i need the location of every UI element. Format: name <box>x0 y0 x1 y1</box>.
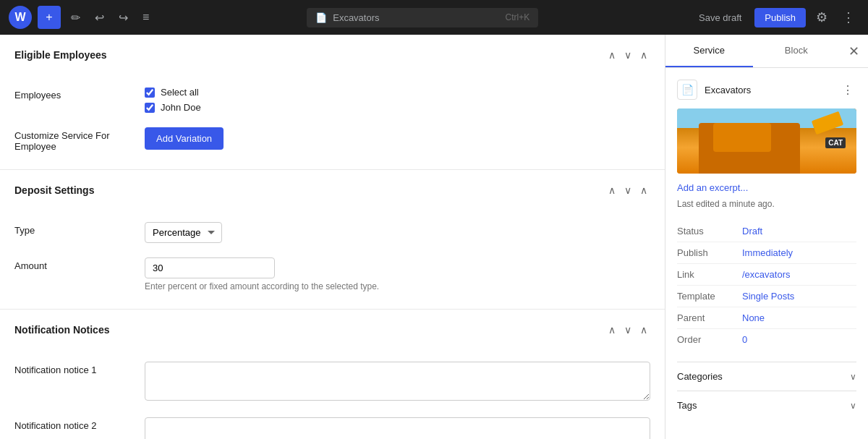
meta-value[interactable]: None <box>742 307 856 329</box>
undo-button[interactable]: ↩ <box>90 7 109 29</box>
list-view-button[interactable]: ≡ <box>138 7 153 28</box>
more-options-button[interactable]: ⋮ <box>838 5 859 30</box>
meta-value[interactable]: /excavators <box>742 264 856 286</box>
meta-value[interactable]: Immediately <box>742 242 856 264</box>
employees-control: Select all John Doe <box>145 87 650 113</box>
add-variation-button[interactable]: Add Variation <box>145 127 224 150</box>
deposit-collapse-toggle-button[interactable]: ∧ <box>637 182 650 199</box>
main-layout: Eligible Employees ∧ ∨ ∧ Employees Sel <box>0 35 868 439</box>
tab-service[interactable]: Service <box>665 35 753 67</box>
section-eligible-employees: Eligible Employees ∧ ∨ ∧ Employees Sel <box>0 35 665 170</box>
last-edited-text: Last edited a minute ago. <box>677 199 856 209</box>
meta-key: Status <box>677 221 742 242</box>
checkbox-select-all: Select all <box>145 87 650 98</box>
topbar: W + ✏ ↩ ↪ ≡ 📄 Excavators Ctrl+K Save dra… <box>0 0 868 35</box>
categories-section[interactable]: Categories ∨ <box>677 362 856 391</box>
edit-icon[interactable]: ✏ <box>67 7 85 29</box>
block-title: Excavators <box>705 85 832 95</box>
section-eligible-employees-body: Employees Select all John Doe <box>0 75 665 169</box>
tags-title: Tags <box>677 400 850 411</box>
search-shortcut: Ctrl+K <box>506 12 530 22</box>
john-doe-checkbox[interactable] <box>145 103 155 113</box>
notice1-control <box>145 362 650 403</box>
meta-row: Order0 <box>677 329 856 351</box>
sidebar-tabs: Service Block ✕ <box>665 35 868 68</box>
save-draft-button[interactable]: Save draft <box>692 8 749 27</box>
add-button[interactable]: + <box>38 6 61 29</box>
meta-table: StatusDraftPublishImmediatelyLink/excava… <box>677 221 856 350</box>
search-title: Excavators <box>333 12 379 23</box>
collapse-down-button[interactable]: ∨ <box>621 46 634 64</box>
notice2-textarea[interactable] <box>145 417 650 439</box>
meta-row: ParentNone <box>677 307 856 329</box>
section-deposit-settings-header[interactable]: Deposit Settings ∧ ∨ ∧ <box>0 170 665 210</box>
deposit-collapse-up-button[interactable]: ∧ <box>605 182 618 199</box>
add-excerpt-link[interactable]: Add an excerpt... <box>677 182 856 193</box>
amount-input[interactable] <box>145 257 275 278</box>
select-all-label: Select all <box>161 87 199 98</box>
section-eligible-employees-header[interactable]: Eligible Employees ∧ ∨ ∧ <box>0 35 665 75</box>
block-icon: 📄 <box>677 80 697 100</box>
type-row: Type Percentage Fixed <box>14 222 650 243</box>
type-select[interactable]: Percentage Fixed <box>145 222 222 243</box>
section-controls: ∧ ∨ ∧ <box>605 46 650 64</box>
deposit-collapse-down-button[interactable]: ∨ <box>621 182 634 199</box>
amount-row: Amount Enter percent or fixed amount acc… <box>14 257 650 291</box>
notice2-control <box>145 417 650 439</box>
settings-button[interactable]: ⚙ <box>812 5 832 30</box>
meta-value[interactable]: 0 <box>742 329 856 351</box>
sidebar-content: 📄 Excavators ⋮ CAT Add an excerpt... Las… <box>665 68 868 439</box>
meta-row: Link/excavators <box>677 264 856 286</box>
notification-section-controls: ∧ ∨ ∧ <box>605 321 650 338</box>
collapse-up-button[interactable]: ∧ <box>605 46 618 64</box>
wp-logo: W <box>9 6 32 29</box>
amount-label: Amount <box>14 257 145 271</box>
block-image: CAT <box>677 108 856 174</box>
meta-key: Publish <box>677 242 742 264</box>
section-eligible-employees-title: Eligible Employees <box>14 49 605 61</box>
notification-collapse-down-button[interactable]: ∨ <box>621 321 634 338</box>
sidebar-close-button[interactable]: ✕ <box>840 38 868 65</box>
select-all-checkbox[interactable] <box>145 88 155 98</box>
notice2-row: Notification notice 2 <box>14 417 650 439</box>
block-header: 📄 Excavators ⋮ <box>677 80 856 100</box>
section-notification-body: Notification notice 1 Notification notic… <box>0 350 665 439</box>
redo-button[interactable]: ↪ <box>114 7 132 29</box>
notification-collapse-toggle-button[interactable]: ∧ <box>637 321 650 338</box>
notice2-label: Notification notice 2 <box>14 417 145 431</box>
employees-row: Employees Select all John Doe <box>14 87 650 113</box>
meta-key: Template <box>677 286 742 307</box>
notification-collapse-up-button[interactable]: ∧ <box>605 321 618 338</box>
meta-row: StatusDraft <box>677 221 856 242</box>
notice1-label: Notification notice 1 <box>14 362 145 375</box>
meta-key: Parent <box>677 307 742 329</box>
customize-service-row: Customize Service For Employee Add Varia… <box>14 127 650 152</box>
publish-button[interactable]: Publish <box>754 8 806 27</box>
notice1-row: Notification notice 1 <box>14 362 650 403</box>
notice1-textarea[interactable] <box>145 362 650 401</box>
type-control: Percentage Fixed <box>145 222 650 243</box>
meta-key: Link <box>677 264 742 286</box>
deposit-section-controls: ∧ ∨ ∧ <box>605 182 650 199</box>
employees-checkbox-group: Select all John Doe <box>145 87 650 113</box>
tags-section[interactable]: Tags ∨ <box>677 391 856 419</box>
meta-row: TemplateSingle Posts <box>677 286 856 307</box>
collapse-toggle-button[interactable]: ∧ <box>637 46 650 64</box>
type-label: Type <box>14 222 145 236</box>
tags-chevron: ∨ <box>850 401 856 411</box>
john-doe-label: John Doe <box>161 102 201 113</box>
meta-value[interactable]: Single Posts <box>742 286 856 307</box>
document-icon: 📄 <box>315 12 327 23</box>
section-deposit-settings-body: Type Percentage Fixed Amount Enter perce… <box>0 210 665 309</box>
section-notification-header[interactable]: Notification Notices ∧ ∨ ∧ <box>0 310 665 350</box>
meta-value[interactable]: Draft <box>742 221 856 242</box>
meta-row: PublishImmediately <box>677 242 856 264</box>
search-bar[interactable]: 📄 Excavators Ctrl+K <box>307 8 538 27</box>
categories-title: Categories <box>677 371 850 382</box>
section-notification-notices: Notification Notices ∧ ∨ ∧ Notification … <box>0 310 665 439</box>
customize-service-label: Customize Service For Employee <box>14 127 145 152</box>
block-menu-button[interactable]: ⋮ <box>839 80 856 100</box>
checkbox-john-doe: John Doe <box>145 102 650 113</box>
tab-block[interactable]: Block <box>753 35 841 67</box>
sidebar: Service Block ✕ 📄 Excavators ⋮ CAT <box>665 35 868 439</box>
